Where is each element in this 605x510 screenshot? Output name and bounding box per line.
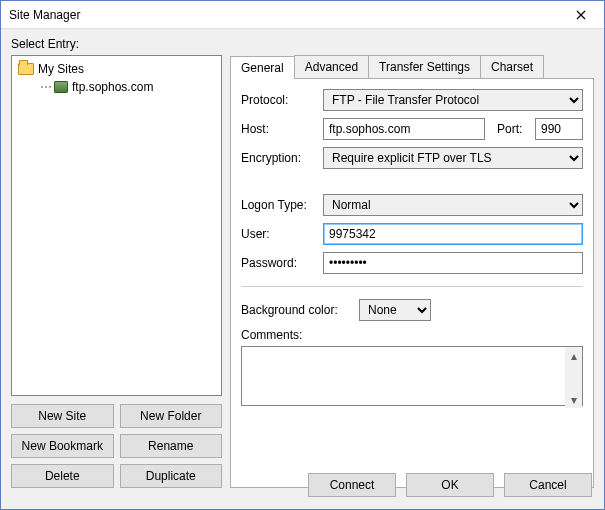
user-label: User: bbox=[241, 227, 317, 241]
tab-transfer-settings[interactable]: Transfer Settings bbox=[368, 55, 481, 78]
protocol-label: Protocol: bbox=[241, 93, 317, 107]
duplicate-button[interactable]: Duplicate bbox=[120, 464, 223, 488]
left-column: My Sites ⋯ ftp.sophos.com New Site New F… bbox=[11, 55, 222, 488]
new-folder-button[interactable]: New Folder bbox=[120, 404, 223, 428]
new-bookmark-button[interactable]: New Bookmark bbox=[11, 434, 114, 458]
tree-root-label: My Sites bbox=[38, 62, 84, 76]
connect-button[interactable]: Connect bbox=[308, 473, 396, 497]
port-label: Port: bbox=[497, 122, 529, 136]
comments-label: Comments: bbox=[241, 328, 583, 342]
host-input[interactable] bbox=[323, 118, 485, 140]
row-encryption: Encryption: Require explicit FTP over TL… bbox=[241, 147, 583, 169]
tree-connector-icon: ⋯ bbox=[40, 80, 50, 94]
tab-panel-general: Protocol: FTP - File Transfer Protocol H… bbox=[230, 78, 594, 488]
row-background-color: Background color: None bbox=[241, 299, 583, 321]
tree-site-item[interactable]: ⋯ ftp.sophos.com bbox=[18, 78, 215, 96]
row-host: Host: Port: bbox=[241, 118, 583, 140]
tab-advanced[interactable]: Advanced bbox=[294, 55, 369, 78]
window-title: Site Manager bbox=[9, 8, 558, 22]
tree-root[interactable]: My Sites bbox=[18, 60, 215, 78]
cancel-button[interactable]: Cancel bbox=[504, 473, 592, 497]
site-tree[interactable]: My Sites ⋯ ftp.sophos.com bbox=[11, 55, 222, 396]
host-label: Host: bbox=[241, 122, 317, 136]
encryption-select[interactable]: Require explicit FTP over TLS bbox=[323, 147, 583, 169]
tab-charset[interactable]: Charset bbox=[480, 55, 544, 78]
encryption-label: Encryption: bbox=[241, 151, 317, 165]
password-label: Password: bbox=[241, 256, 317, 270]
logon-type-label: Logon Type: bbox=[241, 198, 317, 212]
background-color-select[interactable]: None bbox=[359, 299, 431, 321]
folder-icon bbox=[18, 63, 34, 75]
row-comments: Comments: ▴ ▾ bbox=[241, 328, 583, 409]
comments-scrollbar[interactable]: ▴ ▾ bbox=[565, 347, 582, 408]
port-input[interactable] bbox=[535, 118, 583, 140]
section-separator bbox=[241, 286, 583, 287]
main-layout: My Sites ⋯ ftp.sophos.com New Site New F… bbox=[11, 55, 594, 488]
rename-button[interactable]: Rename bbox=[120, 434, 223, 458]
site-manager-window: Site Manager Select Entry: My Sites ⋯ ft… bbox=[0, 0, 605, 510]
row-protocol: Protocol: FTP - File Transfer Protocol bbox=[241, 89, 583, 111]
dialog-footer-buttons: Connect OK Cancel bbox=[308, 473, 592, 497]
close-icon bbox=[576, 10, 586, 20]
scroll-up-icon[interactable]: ▴ bbox=[565, 347, 582, 364]
server-icon bbox=[54, 81, 68, 93]
select-entry-label: Select Entry: bbox=[11, 37, 594, 51]
entry-buttons: New Site New Folder New Bookmark Rename … bbox=[11, 404, 222, 488]
protocol-select[interactable]: FTP - File Transfer Protocol bbox=[323, 89, 583, 111]
spacer bbox=[241, 176, 583, 194]
logon-type-select[interactable]: Normal bbox=[323, 194, 583, 216]
ok-button[interactable]: OK bbox=[406, 473, 494, 497]
tree-site-label: ftp.sophos.com bbox=[72, 80, 153, 94]
right-column: General Advanced Transfer Settings Chars… bbox=[230, 55, 594, 488]
tab-strip: General Advanced Transfer Settings Chars… bbox=[230, 55, 594, 78]
delete-button[interactable]: Delete bbox=[11, 464, 114, 488]
background-color-label: Background color: bbox=[241, 303, 353, 317]
password-input[interactable] bbox=[323, 252, 583, 274]
row-password: Password: bbox=[241, 252, 583, 274]
dialog-body: Select Entry: My Sites ⋯ ftp.sophos.com … bbox=[1, 29, 604, 498]
user-input[interactable] bbox=[323, 223, 583, 245]
new-site-button[interactable]: New Site bbox=[11, 404, 114, 428]
titlebar: Site Manager bbox=[1, 1, 604, 29]
row-user: User: bbox=[241, 223, 583, 245]
tab-general[interactable]: General bbox=[230, 56, 295, 79]
row-logon-type: Logon Type: Normal bbox=[241, 194, 583, 216]
scroll-down-icon[interactable]: ▾ bbox=[565, 391, 582, 408]
comments-textarea[interactable] bbox=[241, 346, 583, 406]
close-button[interactable] bbox=[558, 1, 604, 29]
